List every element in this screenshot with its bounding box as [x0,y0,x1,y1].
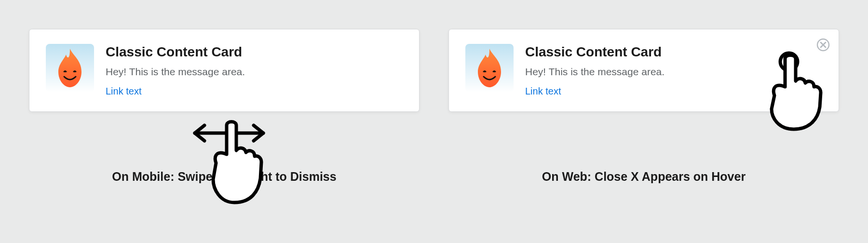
card-link[interactable]: Link text [525,86,665,97]
swipe-gesture-icon [188,116,270,207]
web-column: Classic Content Card Hey! This is the me… [448,29,839,224]
content-card[interactable]: Classic Content Card Hey! This is the me… [448,29,839,112]
card-link[interactable]: Link text [106,86,245,97]
mobile-caption: On Mobile: Swipe Left/Right to Dismiss [112,170,336,184]
flame-icon [54,49,85,87]
card-title: Classic Content Card [106,44,245,60]
card-message: Hey! This is the message area. [106,65,245,78]
card-icon [465,44,514,92]
card-body: Classic Content Card Hey! This is the me… [525,44,665,97]
card-body: Classic Content Card Hey! This is the me… [106,44,245,97]
content-card[interactable]: Classic Content Card Hey! This is the me… [29,29,420,112]
card-icon [46,44,94,92]
card-message: Hey! This is the message area. [525,65,665,78]
mobile-column: Classic Content Card Hey! This is the me… [29,29,420,224]
card-title: Classic Content Card [525,44,665,60]
flame-icon [474,49,505,87]
web-caption: On Web: Close X Appears on Hover [542,170,746,184]
close-button[interactable] [815,37,831,53]
close-icon [816,38,830,52]
